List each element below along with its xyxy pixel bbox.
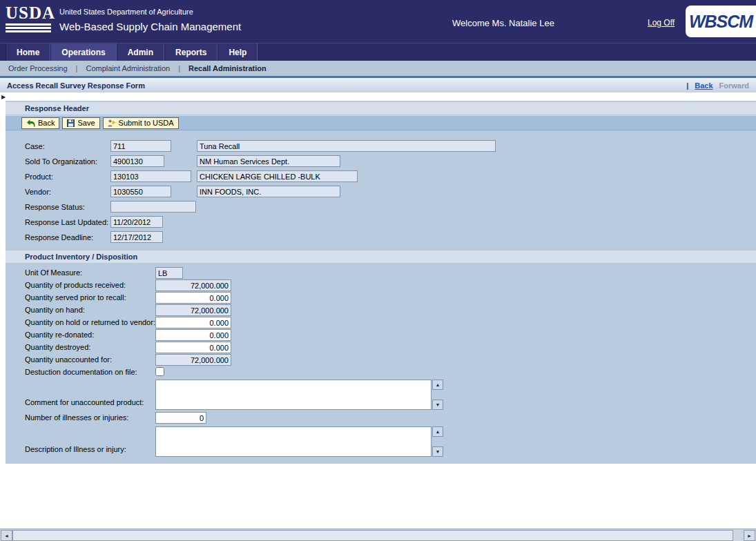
response-header-form: Case: Sold To Organization: Product: Ven… [6, 139, 756, 245]
log-off-link[interactable]: Log Off [648, 18, 675, 28]
case-number-field [110, 140, 171, 152]
product-label: Product: [25, 173, 53, 181]
qty-on-hold-label: Quantity on hold or returned to vendor: [25, 318, 155, 326]
wbscm-app: USDA United States Department of Agricul… [0, 0, 756, 541]
scroll-left-icon[interactable]: ◄ [1, 530, 12, 541]
response-status-label: Response Status: [25, 203, 85, 211]
illnesses-label: Number of illnesses or injuries: [25, 413, 128, 422]
scroll-up-icon[interactable]: ▲ [432, 380, 443, 390]
application-title: Web-Based Supply Chain Management [59, 21, 241, 32]
page-title: Access Recall Survey Response Form [7, 81, 145, 90]
panel-collapse-icon[interactable]: ▶ [1, 94, 6, 100]
destruction-doc-label: Destuction documentation on file: [25, 368, 137, 376]
comment-scrollbar: ▲ ▼ [432, 380, 443, 410]
qty-on-hand-field [155, 304, 231, 316]
back-icon [26, 119, 35, 127]
qty-redonated-label: Quantity re-donated: [25, 331, 94, 339]
scroll-right-icon[interactable]: ► [744, 530, 755, 541]
subnav-complaint-administration[interactable]: Complaint Administration [77, 64, 178, 72]
case-label: Case: [25, 142, 45, 150]
product-row: Product: [6, 169, 756, 184]
qty-on-hold-field[interactable] [155, 317, 231, 328]
scroll-down-icon[interactable]: ▼ [432, 400, 443, 410]
form-toolbar: Back Save Submit to USDA [6, 115, 756, 130]
save-button-label: Save [77, 119, 95, 127]
usda-logo-stripes [6, 23, 55, 32]
qty-destroyed-field[interactable] [155, 342, 231, 353]
sold-to-name-field [197, 155, 340, 167]
unit-of-measure-field [155, 267, 183, 279]
history-controls: | Back Forward [686, 81, 749, 90]
description-row: Description of Illness or injury: ▲ ▼ [6, 426, 756, 459]
qty-received-label: Quantity of products received: [25, 281, 126, 289]
scroll-down-icon[interactable]: ▼ [432, 446, 443, 457]
vendor-row: Vendor: [6, 184, 756, 199]
inventory-form: Unit Of Measure: Quantity of products re… [6, 267, 756, 459]
back-button[interactable]: Back [21, 117, 59, 129]
comment-row: Comment for unaccounted product: ▲ ▼ [6, 379, 756, 412]
qty-on-hold-row: Quantity on hold or returned to vendor: [6, 317, 756, 329]
response-last-updated-label: Response Last Updated: [25, 218, 108, 226]
qty-served-row: Quantity served prior to recall: [6, 292, 756, 304]
qty-destroyed-label: Quantity destroyed: [25, 343, 90, 351]
scrollbar-thumb[interactable] [12, 530, 733, 541]
qty-unaccounted-label: Quantity unaccounted for: [25, 355, 112, 364]
qty-on-hand-row: Quantity on hand: [6, 304, 756, 317]
history-forward-link: Forward [719, 81, 749, 90]
sub-nav: Order Processing | Complaint Administrat… [0, 61, 756, 78]
scroll-up-icon[interactable]: ▲ [432, 426, 443, 437]
wbscm-logo: WBSCM [686, 6, 756, 37]
sold-to-code-field [110, 155, 164, 167]
usda-logo-text: USDA [6, 4, 55, 22]
qty-destroyed-row: Quantity destroyed: [6, 342, 756, 354]
unit-of-measure-label: Unit Of Measure: [25, 268, 82, 277]
form-panel: Response Header Back Save [6, 101, 756, 464]
qty-served-label: Quantity served prior to recall: [25, 293, 126, 302]
vendor-label: Vendor: [25, 188, 51, 196]
comment-textarea[interactable] [155, 380, 432, 410]
description-textarea[interactable] [155, 426, 432, 457]
tab-admin[interactable]: Admin [117, 43, 164, 61]
illnesses-row: Number of illnesses or injuries: [6, 412, 756, 426]
vendor-code-field [110, 186, 171, 197]
welcome-message: Welcome Ms. Natalie Lee [452, 18, 554, 28]
description-scrollbar: ▲ ▼ [432, 426, 443, 457]
submit-to-usda-button[interactable]: Submit to USDA [103, 117, 179, 129]
qty-unaccounted-row: Quantity unaccounted for: [6, 354, 756, 366]
product-name-field [197, 170, 358, 182]
top-header: USDA United States Department of Agricul… [0, 0, 756, 43]
page-title-bar: Access Recall Survey Response Form | Bac… [0, 78, 756, 92]
product-code-field [110, 170, 191, 182]
qty-served-field[interactable] [155, 292, 231, 304]
qty-unaccounted-field [155, 354, 231, 366]
tab-home[interactable]: Home [6, 43, 50, 61]
response-status-field [110, 201, 196, 213]
qty-received-row: Quantity of products received: [6, 279, 756, 292]
sold-to-label: Sold To Organization: [25, 157, 97, 166]
tab-help[interactable]: Help [217, 43, 258, 61]
case-row: Case: [6, 139, 756, 154]
tab-reports[interactable]: Reports [164, 43, 217, 61]
submit-button-label: Submit to USDA [119, 119, 174, 127]
subnav-order-processing[interactable]: Order Processing [0, 64, 76, 72]
illnesses-field[interactable] [155, 412, 206, 424]
history-separator: | [686, 81, 688, 90]
back-button-label: Back [38, 119, 55, 127]
qty-received-field [155, 279, 231, 291]
response-deadline-label: Response Deadline: [25, 233, 93, 242]
qty-redonated-field[interactable] [155, 329, 231, 341]
subnav-recall-administration[interactable]: Recall Administration [180, 64, 275, 72]
response-last-updated-row: Response Last Updated: [6, 215, 756, 230]
response-deadline-field [110, 231, 163, 243]
horizontal-scrollbar[interactable]: ◄ ► [0, 529, 756, 541]
history-back-link[interactable]: Back [695, 81, 713, 90]
destruction-doc-row: Destuction documentation on file: [6, 366, 756, 379]
save-icon [67, 119, 75, 127]
sold-to-row: Sold To Organization: [6, 154, 756, 169]
destruction-doc-checkbox[interactable] [155, 367, 164, 376]
save-button[interactable]: Save [62, 117, 99, 129]
qty-redonated-row: Quantity re-donated: [6, 329, 756, 342]
response-last-updated-field [110, 216, 163, 228]
case-name-field [197, 140, 496, 152]
tab-operations[interactable]: Operations [50, 43, 116, 61]
